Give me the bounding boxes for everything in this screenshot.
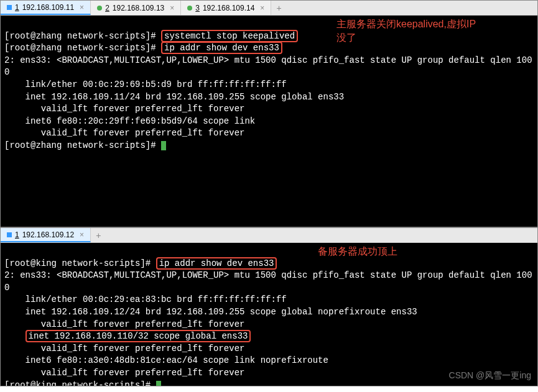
- watermark: CSDN @风雪一更ing: [449, 370, 531, 382]
- tab-label: 192.168.109.14: [203, 4, 254, 12]
- tab-number: 1: [15, 230, 19, 239]
- shell-prompt: [root@king network-scripts]#: [4, 258, 156, 268]
- output-line: 2: ens33: <BROADCAST,MULTICAST,UP,LOWER_…: [4, 270, 532, 293]
- tab-host-backup[interactable]: 1 192.168.109.12 ×: [1, 228, 91, 242]
- close-icon[interactable]: ×: [80, 3, 84, 12]
- tab-label: 192.168.109.13: [113, 4, 164, 12]
- tab-label: 192.168.109.11: [22, 3, 74, 12]
- tab-label: 192.168.109.12: [22, 230, 74, 239]
- output-line: valid_lft forever preferred_lft forever: [4, 368, 244, 378]
- output-line: link/ether 00:0c:29:ea:83:bc brd ff:ff:f…: [4, 294, 287, 304]
- tab-host-3[interactable]: 3 192.168.109.14 ×: [181, 1, 271, 15]
- terminal-top[interactable]: [root@zhang network-scripts]# systemctl …: [1, 16, 537, 227]
- output-line: valid_lft forever preferred_lft forever: [4, 344, 244, 353]
- output-line: valid_lft forever preferred_lft forever: [4, 104, 244, 114]
- connection-dot-icon: [7, 232, 12, 237]
- output-line: [4, 331, 26, 341]
- output-line: 2: ens33: <BROADCAST,MULTICAST,UP,LOWER_…: [4, 55, 532, 78]
- cursor-icon: [156, 381, 161, 386]
- terminal-bottom[interactable]: [root@king network-scripts]# ip addr sho…: [1, 243, 537, 386]
- close-icon[interactable]: ×: [260, 4, 264, 12]
- add-tab-button[interactable]: +: [271, 1, 286, 15]
- tab-number: 2: [105, 4, 109, 12]
- highlighted-command: ip addr show dev ens33: [156, 257, 277, 270]
- shell-prompt: [root@zhang network-scripts]#: [4, 43, 161, 53]
- connection-dot-icon: [97, 6, 102, 11]
- highlighted-command-2: ip addr show dev ens33: [161, 42, 282, 54]
- annotation-master-2: 没了: [336, 31, 356, 45]
- connection-dot-icon: [187, 6, 192, 11]
- highlighted-vip-line: inet 192.168.109.110/32 scope global ens…: [26, 330, 251, 342]
- tab-number: 1: [15, 3, 19, 12]
- cursor-icon: [161, 141, 166, 150]
- output-line: inet 192.168.109.11/24 brd 192.168.109.2…: [4, 92, 344, 102]
- close-icon[interactable]: ×: [80, 230, 84, 239]
- tab-host-2[interactable]: 2 192.168.109.13 ×: [91, 1, 181, 15]
- output-line: inet6 fe80::20c:29ff:fe69:b5d9/64 scope …: [4, 116, 255, 126]
- output-line: inet6 fe80::a3e0:48db:81ce:eac/64 scope …: [4, 355, 328, 365]
- output-line: valid_lft forever preferred_lft forever: [4, 128, 244, 138]
- output-line: inet 192.168.109.12/24 brd 192.168.109.2…: [4, 307, 417, 317]
- shell-prompt: [root@king network-scripts]#: [4, 380, 156, 386]
- bottom-tab-bar: 1 192.168.109.12 × +: [1, 228, 537, 243]
- annotation-backup: 备服务器成功顶上: [318, 245, 397, 258]
- add-tab-button[interactable]: +: [91, 229, 106, 242]
- tab-host-1[interactable]: 1 192.168.109.11 ×: [1, 1, 91, 15]
- tab-number: 3: [195, 4, 200, 12]
- annotation-master: 主服务器关闭keepalived,虚拟IP: [336, 17, 476, 31]
- output-line: valid_lft forever preferred_lft forever: [4, 319, 244, 329]
- connection-dot-icon: [7, 5, 12, 10]
- top-tab-bar: 1 192.168.109.11 × 2 192.168.109.13 × 3 …: [1, 1, 537, 16]
- output-line: link/ether 00:0c:29:69:b5:d9 brd ff:ff:f…: [4, 80, 287, 89]
- shell-prompt: [root@zhang network-scripts]#: [4, 31, 161, 41]
- highlighted-command-1: systemctl stop keepalived: [161, 30, 298, 42]
- close-icon[interactable]: ×: [170, 4, 174, 12]
- shell-prompt: [root@zhang network-scripts]#: [4, 140, 161, 150]
